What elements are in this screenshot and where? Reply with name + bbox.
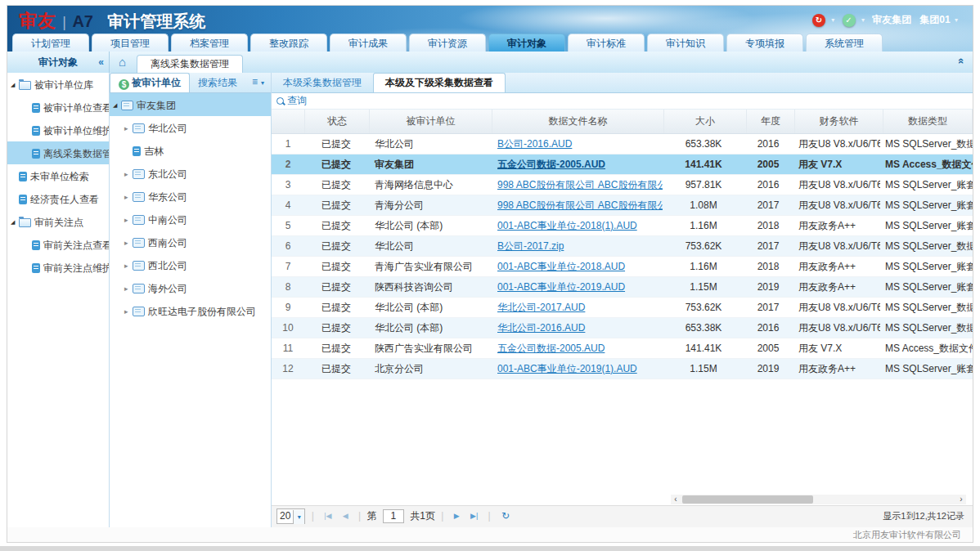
org-tree-item[interactable]: ▸华北公司 xyxy=(110,116,271,139)
chevron-down-icon[interactable]: ▾ xyxy=(955,16,958,24)
tree-expander-icon[interactable]: ◢ xyxy=(11,74,19,96)
tree-expander-icon[interactable]: ▸ xyxy=(124,163,133,185)
nav-tab[interactable]: 整改跟踪 xyxy=(250,34,327,52)
file-link[interactable]: 华北公司-2016.AUD xyxy=(497,322,585,334)
column-header[interactable]: 数据文件名称 xyxy=(492,110,664,133)
file-link[interactable]: B公司-2017.zip xyxy=(497,240,564,252)
table-row[interactable]: 9已提交华北公司 (本部)华北公司-2017.AUD753.62K2017用友U… xyxy=(272,298,973,318)
nav-tab[interactable]: 档案管理 xyxy=(171,34,248,52)
table-row[interactable]: 1已提交华北公司B公司-2016.AUD653.38K2016用友U8 V8.x… xyxy=(272,134,973,155)
pager-last-button[interactable]: ▶| xyxy=(470,512,478,520)
tree-expander-icon[interactable]: ▸ xyxy=(124,231,133,253)
refresh-icon[interactable]: ↻ xyxy=(501,510,510,522)
column-header[interactable]: 大小 xyxy=(664,110,747,133)
sidebar-item[interactable]: 被审计单位查看 xyxy=(7,96,109,119)
sidebar-item[interactable]: 被审计单位维护 xyxy=(7,119,109,141)
column-header[interactable]: 财务软件 xyxy=(795,110,883,133)
page-size-select[interactable]: 20▾ xyxy=(276,508,305,524)
query-button[interactable]: 查询 xyxy=(272,93,973,110)
table-row[interactable]: 6已提交华北公司B公司-2017.zip753.62K2017用友U8 V8.x… xyxy=(272,236,973,257)
table-row[interactable]: 11已提交陕西广告实业有限公司五金公司数据-2005.AUD141.41K200… xyxy=(272,338,973,359)
nav-tab[interactable]: 审计知识 xyxy=(647,34,724,52)
horizontal-scrollbar[interactable]: ‹ › xyxy=(671,495,966,504)
sidebar-item[interactable]: ◢被审计单位库 xyxy=(7,73,109,96)
sidebar-item[interactable]: ◢审前关注点 xyxy=(7,210,109,233)
file-link[interactable]: 五金公司数据-2005.AUD xyxy=(497,159,605,170)
pager-prev-button[interactable]: ◀ xyxy=(343,512,348,520)
file-link[interactable]: 001-ABC事业单位-2018.AUD xyxy=(497,261,625,272)
nav-tab[interactable]: 审计标准 xyxy=(568,34,645,52)
tree-expander-icon[interactable]: ▸ xyxy=(124,186,133,208)
file-link[interactable]: 001-ABC事业单位-2019(1).AUD xyxy=(497,363,637,374)
org-tree-item[interactable]: ▸中南公司 xyxy=(110,208,271,231)
nav-tab[interactable]: 审计资源 xyxy=(409,34,486,52)
column-header[interactable]: 被审计单位 xyxy=(370,110,492,133)
breadcrumb-tab[interactable]: 离线采集数据管理 xyxy=(137,55,243,73)
tree-expander-icon[interactable]: ▸ xyxy=(124,117,133,139)
nav-tab[interactable]: 审计对象 xyxy=(488,34,565,52)
sidebar-collapse-icon[interactable]: « xyxy=(98,52,104,73)
org-panel-tab[interactable]: 搜索结果 xyxy=(190,74,245,92)
org-tree-item[interactable]: ▸欣旺达电子股份有限公司 xyxy=(110,299,271,322)
sidebar-item[interactable]: 离线采集数据管理 xyxy=(7,141,109,164)
file-link[interactable]: 001-ABC事业单位-2018(1).AUD xyxy=(497,220,637,231)
table-row[interactable]: 3已提交青海网络信息中心998 ABC股份有限公司 ABC股份有限公司957.8… xyxy=(272,175,973,195)
tree-expander-icon[interactable]: ◢ xyxy=(11,211,19,233)
page-number-input[interactable]: 1 xyxy=(383,509,404,523)
column-header[interactable]: 年度 xyxy=(747,110,795,133)
org-panel-tab[interactable]: $被审计单位 xyxy=(110,73,190,92)
status-icon[interactable]: ✓ xyxy=(843,14,856,27)
org-tree-item[interactable]: ◢审友集团 xyxy=(110,93,271,116)
content-tab[interactable]: 本级及下级采集数据查看 xyxy=(373,73,506,92)
tree-expander-icon[interactable]: ▸ xyxy=(124,208,133,231)
panel-menu-icon[interactable]: ≡▾ xyxy=(252,76,264,87)
pager-next-button[interactable]: ▶ xyxy=(454,512,460,520)
column-header[interactable]: 状态 xyxy=(305,110,370,133)
file-link[interactable]: 998 ABC股份有限公司 ABC股份有限公司 xyxy=(497,179,663,190)
pager-first-button[interactable]: |◀ xyxy=(324,512,331,520)
org-tree-item[interactable]: ▸华东公司 xyxy=(110,185,271,208)
file-link[interactable]: B公司-2016.AUD xyxy=(497,138,572,150)
nav-tab[interactable]: 系统管理 xyxy=(806,34,883,52)
hotline-icon[interactable]: ↻ xyxy=(812,14,825,27)
file-link[interactable]: 华北公司-2017.AUD xyxy=(497,302,585,313)
nav-tab[interactable]: 审计成果 xyxy=(330,34,407,52)
user-org[interactable]: 审友集团 xyxy=(872,14,911,25)
sidebar-item[interactable]: 审前关注点查看 xyxy=(7,233,109,256)
file-link[interactable]: 998 ABC股份有限公司 ABC股份有限公司 xyxy=(497,199,663,211)
file-link[interactable]: 五金公司数据-2005.AUD xyxy=(497,343,605,354)
org-tree-item[interactable]: ▸海外公司 xyxy=(110,276,271,299)
org-tree-item[interactable]: ▸西南公司 xyxy=(110,231,271,253)
user-name[interactable]: 集团01 xyxy=(919,14,950,25)
tree-expander-icon[interactable]: ◢ xyxy=(113,94,121,116)
nav-tab[interactable]: 项目管理 xyxy=(92,34,169,52)
table-row[interactable]: 7已提交青海广告实业有限公司001-ABC事业单位-2018.AUD1.16M2… xyxy=(272,257,973,277)
table-row[interactable]: 12已提交北京分公司001-ABC事业单位-2019(1).AUD1.15M20… xyxy=(272,359,973,379)
column-header[interactable]: 数据类型 xyxy=(883,110,973,133)
file-link[interactable]: 001-ABC事业单位-2019.AUD xyxy=(497,281,625,293)
nav-tab[interactable]: 专项填报 xyxy=(726,34,803,52)
org-tree-item[interactable]: 吉林 xyxy=(110,139,271,162)
table-row[interactable]: 2已提交审友集团五金公司数据-2005.AUD141.41K2005用友 V7.… xyxy=(272,155,973,175)
nav-tab[interactable]: 计划管理 xyxy=(12,34,89,52)
chevron-down-icon[interactable]: ▾ xyxy=(831,16,834,24)
sidebar-item[interactable]: 经济责任人查看 xyxy=(7,187,109,210)
chevron-down-icon[interactable]: ▾ xyxy=(861,16,865,24)
org-tree-item[interactable]: ▸东北公司 xyxy=(110,162,271,185)
tree-expander-icon[interactable]: ▸ xyxy=(124,277,133,299)
scroll-left-icon[interactable]: ‹ xyxy=(671,495,681,504)
org-tree-item[interactable]: ▸西北公司 xyxy=(110,253,271,276)
table-row[interactable]: 8已提交陕西科技咨询公司001-ABC事业单位-2019.AUD1.15M201… xyxy=(272,277,973,298)
scroll-right-icon[interactable]: › xyxy=(956,495,966,504)
sidebar-item[interactable]: 未审单位检索 xyxy=(7,164,109,187)
table-row[interactable]: 5已提交华北公司 (本部)001-ABC事业单位-2018(1).AUD1.16… xyxy=(272,216,973,236)
collapse-up-icon[interactable]: « xyxy=(955,58,968,64)
sidebar-item[interactable]: 审前关注点维护 xyxy=(7,256,109,279)
tree-expander-icon[interactable]: ▸ xyxy=(124,300,133,322)
scrollbar-thumb[interactable] xyxy=(682,495,813,504)
table-row[interactable]: 4已提交青海分公司998 ABC股份有限公司 ABC股份有限公司1.08M201… xyxy=(272,195,973,216)
table-row[interactable]: 10已提交华北公司 (本部)华北公司-2016.AUD653.38K2016用友… xyxy=(272,318,973,338)
tree-expander-icon[interactable]: ▸ xyxy=(124,254,133,276)
home-icon[interactable]: ⌂ xyxy=(119,55,126,69)
content-tab[interactable]: 本级采集数据管理 xyxy=(272,74,373,92)
